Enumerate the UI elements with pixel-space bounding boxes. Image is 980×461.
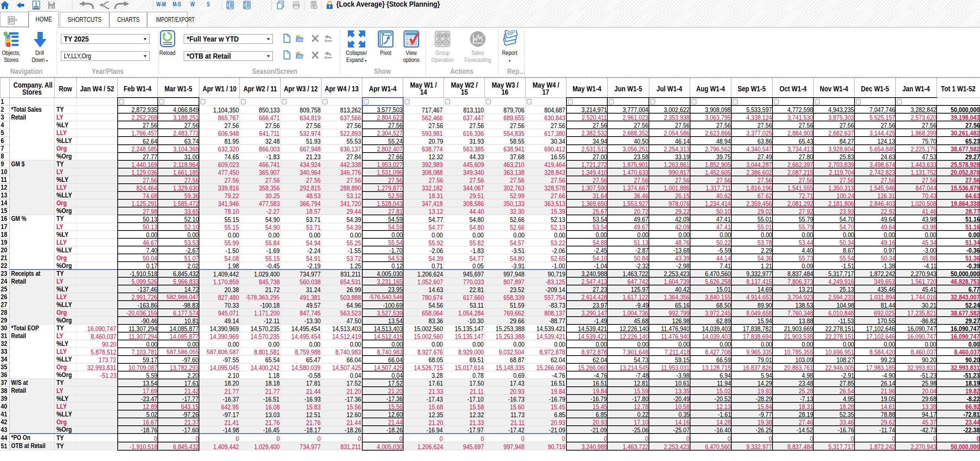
svg-text:1: 1 — [35, 1, 37, 7]
